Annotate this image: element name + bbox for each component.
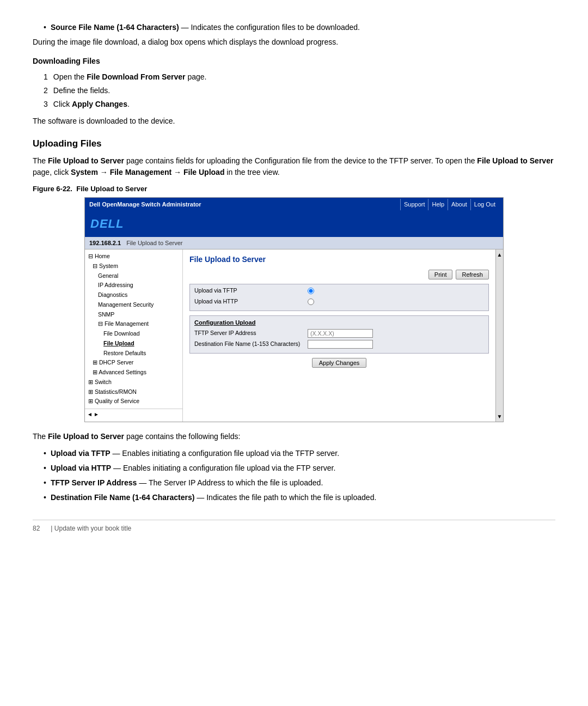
sidebar-item-ip[interactable]: IP Addressing xyxy=(85,281,182,290)
step-2-text: Define the fields. xyxy=(53,85,110,96)
bullet-source-file: • Source File Name (1-64 Characters) — I… xyxy=(44,22,555,33)
ss-topbar-links: Support Help About Log Out xyxy=(400,199,499,210)
ss-main: File Upload to Server Print Refresh Uplo… xyxy=(183,249,495,422)
sidebar-item-file-upload[interactable]: File Upload xyxy=(85,339,182,349)
bullet-tftp-ip-text: TFTP Server IP Address — The Server IP A… xyxy=(51,477,323,489)
steps-list: 1 Open the File Download From Server pag… xyxy=(44,71,555,110)
bullet-dot: • xyxy=(44,22,46,33)
ss-breadcrumb: 192.168.2.1 File Upload to Server xyxy=(85,237,503,250)
bullet-dot-3: • xyxy=(44,477,46,489)
upload-tftp-radio[interactable] xyxy=(308,288,314,294)
scrollbar-down[interactable]: ▼ xyxy=(497,412,503,421)
upload-type-section: Upload via TFTP Upload via HTTP xyxy=(189,284,489,311)
config-upload-section: Configuration Upload TFTP Server IP Addr… xyxy=(189,315,489,354)
downloading-files-heading: Downloading Files xyxy=(33,56,555,67)
uploading-files-heading: Uploading Files xyxy=(33,137,555,151)
apply-changes-button[interactable]: Apply Changes xyxy=(312,358,367,368)
ss-main-title: File Upload to Server xyxy=(189,254,489,265)
upload-http-label: Upload via HTTP xyxy=(194,297,303,306)
para-software-downloaded: The software is downloaded to the device… xyxy=(33,115,555,127)
page-footer: 82 | Update with your book title xyxy=(33,520,555,533)
sidebar-item-advanced[interactable]: ⊞ Advanced Settings xyxy=(85,368,182,378)
sidebar-item-restore-defaults[interactable]: Restore Defaults xyxy=(85,349,182,358)
upload-tftp-row: Upload via TFTP xyxy=(194,287,484,295)
bullet-dot-4: • xyxy=(44,492,46,503)
step-1: 1 Open the File Download From Server pag… xyxy=(44,71,555,83)
breadcrumb-page: File Upload to Server xyxy=(126,239,182,248)
step-2: 2 Define the fields. xyxy=(44,85,555,96)
sidebar-item-mgmt-security[interactable]: Management Security xyxy=(85,300,182,310)
bullet-dot-1: • xyxy=(44,448,46,459)
sidebar-item-snmp[interactable]: SNMP xyxy=(85,310,182,320)
step-num-3: 3 xyxy=(44,99,48,110)
sidebar-item-file-download[interactable]: File Download xyxy=(85,329,182,339)
uploading-intro-para: The File Upload to Server page contains … xyxy=(33,155,555,178)
sidebar-item-stats[interactable]: ⊞ Statistics/RMON xyxy=(85,387,182,397)
upload-http-row: Upload via HTTP xyxy=(194,297,484,306)
sidebar-item-diagnostics[interactable]: Diagnostics xyxy=(85,290,182,300)
dest-file-row: Destination File Name (1-153 Characters) xyxy=(194,340,484,349)
support-link[interactable]: Support xyxy=(400,199,428,210)
apply-row: Apply Changes xyxy=(189,358,489,368)
sidebar-item-home[interactable]: ⊟ Home xyxy=(85,252,182,261)
screenshot: Dell OpenManage Switch Administrator Sup… xyxy=(84,197,504,422)
print-button[interactable]: Print xyxy=(428,270,453,279)
sidebar-item-qos[interactable]: ⊞ Quality of Service xyxy=(85,397,182,406)
ss-body: ⊟ Home ⊟ System General IP Addressing Di… xyxy=(85,249,503,422)
sidebar-item-switch[interactable]: ⊞ Switch xyxy=(85,378,182,387)
ss-header: DELL xyxy=(85,211,503,237)
ss-topbar: Dell OpenManage Switch Administrator Sup… xyxy=(85,198,503,211)
bullet-dest-text: Destination File Name (1-64 Characters) … xyxy=(51,492,376,503)
sidebar-scroll: ◄ ► xyxy=(85,409,182,419)
step-3-text: Click Apply Changes. xyxy=(53,99,130,110)
scrollbar[interactable]: ▲ ▼ xyxy=(495,249,503,422)
tftp-ip-row: TFTP Server IP Address xyxy=(194,329,484,338)
step-num-1: 1 xyxy=(44,71,48,83)
figure-label: Figure 6-22. File Upload to Server xyxy=(33,184,555,194)
step-num-2: 2 xyxy=(44,85,48,96)
sidebar-item-general[interactable]: General xyxy=(85,271,182,281)
dest-file-input[interactable] xyxy=(308,340,373,349)
bullet-upload-tftp: • Upload via TFTP — Enables initiating a… xyxy=(44,448,555,459)
ss-sidebar: ⊟ Home ⊟ System General IP Addressing Di… xyxy=(85,249,183,422)
ss-buttons: Print Refresh xyxy=(189,270,489,279)
dell-logo: DELL xyxy=(90,215,124,233)
about-link[interactable]: About xyxy=(448,199,470,210)
tftp-ip-label: TFTP Server IP Address xyxy=(194,329,303,338)
upload-http-radio[interactable] xyxy=(308,299,314,305)
config-section-title: Configuration Upload xyxy=(194,318,484,327)
sidebar-item-system[interactable]: ⊟ System xyxy=(85,261,182,271)
refresh-button[interactable]: Refresh xyxy=(456,270,489,279)
bullet-dest-file: • Destination File Name (1-64 Characters… xyxy=(44,492,555,503)
dest-file-label: Destination File Name (1-153 Characters) xyxy=(194,340,303,349)
page-number: 82 xyxy=(33,524,40,533)
footer-text: | Update with your book title xyxy=(51,524,131,533)
breadcrumb-ip[interactable]: 192.168.2.1 xyxy=(89,239,121,248)
bottom-intro: The File Upload to Server page contains … xyxy=(33,431,555,442)
sidebar-item-file-mgmt[interactable]: ⊟ File Management xyxy=(85,319,182,329)
upload-tftp-label: Upload via TFTP xyxy=(194,287,303,295)
sidebar-item-dhcp[interactable]: ⊞ DHCP Server xyxy=(85,358,182,368)
bullet-dot-2: • xyxy=(44,462,46,474)
bullet-text: Source File Name (1-64 Characters) — Ind… xyxy=(51,22,360,33)
para-download-progress: During the image file download, a dialog… xyxy=(33,36,555,48)
tftp-ip-input[interactable] xyxy=(308,329,373,338)
step-1-text: Open the File Download From Server page. xyxy=(53,71,207,83)
bottom-bullets-list: • Upload via TFTP — Enables initiating a… xyxy=(44,448,555,503)
bullet-tftp-ip: • TFTP Server IP Address — The Server IP… xyxy=(44,477,555,489)
logout-link[interactable]: Log Out xyxy=(470,199,499,210)
bullet-tftp-text: Upload via TFTP — Enables initiating a c… xyxy=(51,448,339,459)
help-link[interactable]: Help xyxy=(428,199,448,210)
scrollbar-up[interactable]: ▲ xyxy=(497,251,503,259)
ss-topbar-title: Dell OpenManage Switch Administrator xyxy=(89,200,201,209)
bullet-upload-http: • Upload via HTTP — Enables initiating a… xyxy=(44,462,555,474)
step-3: 3 Click Apply Changes. xyxy=(44,99,555,110)
bullet-http-text: Upload via HTTP — Enables initiating a c… xyxy=(51,462,335,474)
